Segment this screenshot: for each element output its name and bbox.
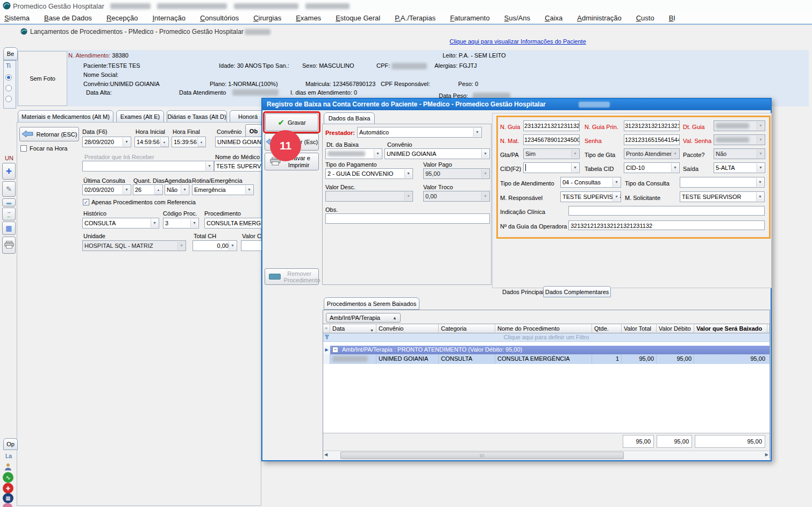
indicacao-clinica-input[interactable]: [568, 206, 765, 216]
dropdown-icon[interactable]: ▾: [671, 149, 679, 158]
rail-tab-top[interactable]: Be: [3, 47, 18, 60]
menu-caixa[interactable]: Caixa: [545, 14, 562, 22]
tab-procedimentos-baixados[interactable]: Procedimentos a Serem Baixados: [324, 297, 419, 310]
spinner-icon[interactable]: ▲▼: [197, 138, 205, 146]
dropdown-icon[interactable]: ▾: [757, 149, 764, 158]
codigo-proc-field[interactable]: 3▾: [163, 218, 199, 228]
obs-input[interactable]: [325, 213, 490, 224]
rotina-emergencia-field[interactable]: Emergência▾: [192, 184, 254, 195]
subtab-dados-complementares[interactable]: Dados Complementares: [543, 286, 611, 297]
menu-recepcao[interactable]: Recepção: [106, 14, 138, 22]
group-by-button[interactable]: Amb/Int/PA/Terapia ▲: [326, 313, 401, 323]
prestador-field[interactable]: Automático▾: [357, 127, 482, 138]
nome-medico-field[interactable]: TESTE SUPERVISOR: [214, 161, 262, 172]
dropdown-icon[interactable]: ▾: [757, 122, 764, 130]
historico-field[interactable]: CONSULTA▾: [82, 218, 159, 228]
radio-option-2[interactable]: [5, 85, 12, 91]
person-icon[interactable]: [4, 462, 12, 472]
menu-consultorios[interactable]: Consultórios: [200, 14, 239, 22]
tipo-atendimento-field[interactable]: 04 - Consultas▾: [560, 177, 621, 188]
unidade-field[interactable]: HOSPITAL SQL - MATRIZ▾: [82, 240, 186, 251]
scroll-left-button[interactable]: ◀: [324, 452, 327, 457]
agendada-field[interactable]: Não▾: [165, 184, 189, 195]
radio-option-3[interactable]: [5, 96, 12, 102]
column-header-categoria[interactable]: Categoria: [439, 324, 495, 333]
dropdown-icon[interactable]: ▾: [612, 192, 620, 201]
form-convenio-field[interactable]: UNIMED GOIANIA: [215, 137, 262, 147]
dropdown-icon[interactable]: ▾: [757, 163, 764, 172]
menu-faturamento[interactable]: Faturamento: [450, 14, 490, 22]
rail-tab-bottom[interactable]: Op: [3, 438, 18, 450]
menu-sistema[interactable]: Sistema: [4, 14, 30, 22]
column-header-valor-total[interactable]: Valor Total: [622, 324, 657, 333]
column-header-nome-procedimento[interactable]: Nome do Procedimento: [495, 324, 592, 333]
ultima-consulta-field[interactable]: 02/09/2020▾: [82, 184, 131, 195]
pacote-field[interactable]: Não▾: [714, 148, 765, 159]
guia-operadora-input[interactable]: 3213212123132121321231132: [568, 220, 765, 230]
tab-honorarios[interactable]: Honorá: [230, 110, 266, 123]
dropdown-icon[interactable]: ▾: [756, 178, 764, 187]
menu-cirurgias[interactable]: Cirurgias: [253, 14, 281, 22]
spinner-icon[interactable]: ▲▼: [154, 185, 162, 194]
patient-info-link[interactable]: Clique aqui para visualizar Informações …: [450, 38, 586, 45]
grid-group-row[interactable]: − Amb/Int/PA/Terapia : PRONTO ATENDIMENT…: [330, 346, 770, 354]
saida-field[interactable]: 5-ALTA▾: [714, 162, 765, 173]
menu-estoque-geral[interactable]: Estoque Geral: [336, 14, 380, 22]
dropdown-icon[interactable]: ▾: [245, 185, 253, 194]
dropdown-icon[interactable]: ▾: [181, 185, 188, 194]
dt-baixa-field[interactable]: ▾: [325, 148, 382, 159]
dropdown-icon[interactable]: ▾: [571, 163, 579, 172]
vitals-icon[interactable]: ∿: [3, 472, 13, 483]
val-senha-field[interactable]: ▾: [714, 134, 765, 145]
dt-guia-field[interactable]: ▾: [714, 120, 765, 131]
n-mat-field[interactable]: 12345678901234500: [523, 134, 580, 145]
tab-exames[interactable]: Exames (Alt E): [116, 110, 164, 123]
tab-materiais-medicamentos[interactable]: Materiais e Medicamentos (Alt M): [18, 110, 113, 123]
data-f6-field[interactable]: 28/09/2020▾: [82, 137, 131, 147]
focar-na-hora-checkbox[interactable]: [20, 145, 27, 152]
tipo-consulta-field[interactable]: ▾: [680, 177, 765, 188]
menu-sus-ans[interactable]: Sus/Ans: [504, 14, 530, 22]
menu-administracao[interactable]: Administração: [577, 14, 621, 22]
dialog-titlebar[interactable]: Registro de Baixa na Conta Corrente do P…: [262, 99, 771, 110]
tabela-cid-field[interactable]: CID-10▾: [624, 162, 680, 173]
n-guia-field[interactable]: 23132121321231132: [523, 120, 580, 131]
dropdown-icon[interactable]: ▾: [404, 192, 412, 201]
dropdown-icon[interactable]: ▾: [481, 192, 489, 201]
total-ch-field[interactable]: 0,00▾: [193, 240, 237, 251]
dropdown-icon[interactable]: ▾: [123, 185, 130, 194]
dropdown-icon[interactable]: ▾: [205, 162, 213, 170]
grid-hscrollbar[interactable]: ◀ ||| ▶: [323, 451, 770, 459]
retornar-esc-button[interactable]: Retornar (ESC): [19, 127, 79, 141]
dropdown-icon[interactable]: ▾: [756, 192, 764, 201]
tab-diarias-taxas[interactable]: Diárias e Taxas (Alt D): [167, 110, 227, 123]
radio-option-1[interactable]: [5, 74, 12, 81]
prestador-recebe-field[interactable]: ▾: [82, 161, 214, 172]
scroll-right-button[interactable]: ▶: [765, 452, 768, 457]
baixa-convenio-field[interactable]: UNIMED GOIANIA▾: [384, 148, 490, 159]
gta-pa-field[interactable]: Sim▾: [523, 148, 580, 159]
menu-pa-terapias[interactable]: P.A./Terapias: [395, 14, 436, 22]
dropdown-icon[interactable]: ▾: [177, 241, 185, 250]
column-header-qtde[interactable]: Qtde.: [592, 324, 622, 333]
m-solicitante-field[interactable]: TESTE SUPERVISOR▾: [680, 191, 765, 202]
grid-filter-row[interactable]: Clique aqui para definir um Filtro: [323, 333, 770, 342]
column-header-convenio[interactable]: Convênio: [376, 324, 439, 333]
menu-bi[interactable]: BI: [669, 14, 675, 22]
grid-view-button[interactable]: ▦: [2, 222, 16, 235]
column-header-valor-baixado[interactable]: Valor que Será Baixado: [694, 324, 767, 333]
apenas-referencia-checkbox[interactable]: ✓: [83, 199, 89, 205]
column-header-data[interactable]: Data▼: [330, 324, 376, 333]
dropdown-icon[interactable]: ▾: [473, 128, 481, 137]
dropdown-icon[interactable]: ▾: [481, 169, 489, 178]
dropdown-icon[interactable]: ▾: [151, 219, 158, 227]
hora-final-field[interactable]: 15:39:56 ▲▼: [172, 137, 206, 147]
valor-pago-field[interactable]: 95,00▾: [423, 168, 490, 179]
m-responsavel-field[interactable]: TESTE SUPERVISOR▾: [560, 191, 621, 202]
transfer-button[interactable]: → ←: [2, 208, 16, 220]
remove-button[interactable]: ▬: [2, 198, 16, 206]
procedimento-field[interactable]: CONSULTA EMERGÊNCIA: [204, 218, 262, 228]
emergency-icon[interactable]: ✚: [3, 483, 13, 494]
billing-icon[interactable]: ▦: [3, 493, 13, 503]
dropdown-icon[interactable]: ▾: [123, 138, 130, 146]
